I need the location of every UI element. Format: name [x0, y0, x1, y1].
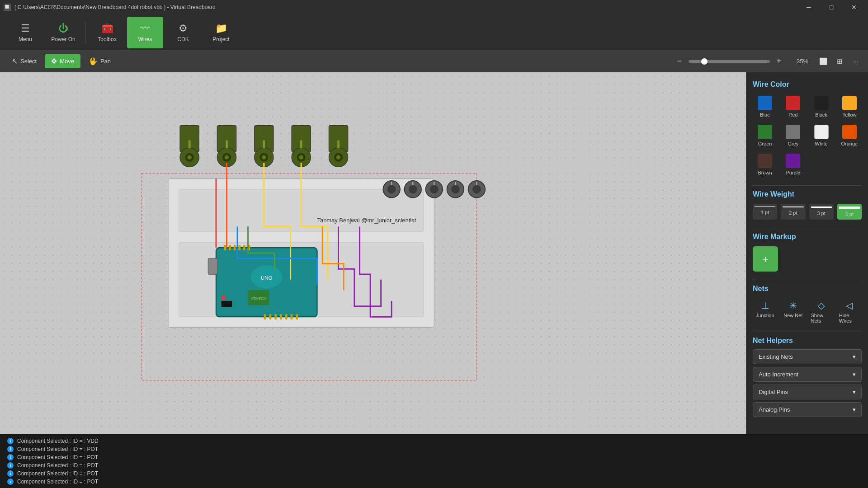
color-swatch-blue [758, 96, 772, 110]
color-label-blue: Blue [760, 112, 770, 117]
maximize-button[interactable]: □ [821, 0, 842, 14]
dropdown-digital-pins[interactable]: Digital Pins▾ [753, 385, 862, 399]
status-info-icon: i [7, 446, 14, 452]
minimize-button[interactable]: ─ [798, 0, 819, 14]
status-text: Component Selected : ID = : VDD [17, 438, 99, 444]
close-button[interactable]: ✕ [844, 0, 864, 14]
titlebar: 🔲 [ C:\Users\ACER\Documents\New Breadboa… [0, 0, 868, 14]
color-item-red[interactable]: Red [781, 94, 805, 119]
svg-point-17 [262, 155, 266, 160]
divider-3 [753, 280, 862, 280]
color-item-orange[interactable]: Orange [837, 123, 862, 148]
dropdown-label-digital-pins: Digital Pins [759, 389, 788, 395]
dropdown-chevron-analog-pins: ▾ [853, 406, 856, 413]
weight-label-3pt: 3 pt [817, 211, 825, 216]
actionbar: ↖ Select ✥ Move 🖐 Pan − + 35% ⬜ ⊞ ··· [0, 51, 868, 72]
zoom-out-button[interactable]: − [673, 55, 686, 68]
cdk-icon: ⚙ [179, 23, 188, 34]
fit-view-button[interactable]: ⬜ [816, 55, 830, 68]
markup-add-button[interactable]: ＋ [753, 246, 778, 272]
color-label-brown: Brown [758, 170, 772, 175]
wire-markup-title: Wire Markup [753, 233, 862, 241]
zoom-controls: − + 35% ⬜ ⊞ ··· [673, 55, 863, 68]
nets-item-hide-wires[interactable]: ◁Hide Wires [837, 298, 862, 325]
move-icon: ✥ [51, 57, 57, 66]
dropdown-analog-pins[interactable]: Analog Pins▾ [753, 402, 862, 417]
move-button[interactable]: ✥ Move [45, 54, 80, 68]
toolbar-item-wires[interactable]: 〰 Wires [127, 17, 163, 48]
toolbar-item-power[interactable]: ⏻ Power On [45, 17, 81, 48]
toolbar-item-menu[interactable]: ☰ Menu [7, 17, 43, 48]
zoom-slider[interactable] [689, 60, 770, 63]
color-swatch-brown [758, 154, 772, 168]
canvas-area[interactable]: UNO [0, 72, 746, 434]
color-item-brown[interactable]: Brown [753, 152, 777, 177]
nets-item-new-net[interactable]: ✳New Net [781, 298, 805, 325]
color-swatch-yellow [842, 96, 857, 110]
window-title: [ C:\Users\ACER\Documents\New Breadboard… [14, 4, 798, 10]
color-swatch-black [814, 96, 829, 110]
nets-icon-hide-wires: ◁ [846, 300, 853, 311]
dropdown-auto-increment[interactable]: Auto Increment▾ [753, 367, 862, 382]
divider-4 [753, 332, 862, 332]
svg-rect-8 [189, 141, 191, 149]
weight-item-3pt[interactable]: 3 pt [809, 204, 834, 220]
right-panel: Wire Color BlueRedBlackYellowGreenGreyWh… [746, 72, 868, 434]
nets-item-junction[interactable]: ⊥Junction [753, 298, 777, 325]
color-item-green[interactable]: Green [753, 123, 777, 148]
svg-rect-61 [222, 301, 232, 307]
svg-point-42 [472, 185, 481, 193]
status-info-icon: i [7, 454, 14, 460]
nets-item-show-nets[interactable]: ◇Show Nets [809, 298, 834, 325]
toolbar-item-project[interactable]: 📁 Project [203, 17, 239, 48]
toolbar-item-cdk[interactable]: ⚙ CDK [165, 17, 201, 48]
color-label-yellow: Yellow [842, 112, 856, 117]
color-label-black: Black [815, 112, 827, 117]
zoom-in-button[interactable]: + [773, 55, 785, 68]
pan-button[interactable]: 🖐 Pan [82, 54, 117, 68]
svg-point-27 [336, 155, 340, 160]
power-icon: ⏻ [58, 23, 68, 34]
net-helpers-title: Net Helpers [753, 337, 862, 345]
toolbar-item-toolbox[interactable]: 🧰 Toolbox [89, 17, 125, 48]
dropdown-existing-nets[interactable]: Existing Nets▾ [753, 349, 862, 364]
color-item-grey[interactable]: Grey [781, 123, 805, 148]
grid-view-button[interactable]: ⊞ [833, 55, 846, 68]
toolbar-left-group: ☰ Menu ⏻ Power On [7, 17, 81, 48]
select-button[interactable]: ↖ Select [5, 54, 43, 68]
toolbar-cdk-label: CDK [177, 36, 189, 42]
color-swatch-grey [786, 125, 800, 139]
color-item-black[interactable]: Black [809, 94, 834, 119]
status-text: Component Selected : ID = : POT [17, 454, 98, 460]
svg-rect-51 [238, 245, 241, 250]
weight-item-1pt[interactable]: 1 pt [753, 204, 777, 220]
weight-item-5pt[interactable]: 5 pt [837, 204, 862, 220]
project-icon: 📁 [215, 23, 227, 34]
color-item-purple[interactable]: Purple [781, 152, 805, 177]
color-label-grey: Grey [788, 141, 798, 146]
select-label: Select [20, 58, 37, 65]
dropdown-chevron-digital-pins: ▾ [853, 389, 856, 395]
color-swatch-orange [842, 125, 857, 139]
weight-item-2pt[interactable]: 2 pt [781, 204, 805, 220]
dropdown-label-analog-pins: Analog Pins [759, 406, 790, 413]
svg-rect-55 [269, 314, 272, 319]
svg-point-30 [387, 185, 396, 193]
color-item-yellow[interactable]: Yellow [837, 94, 862, 119]
weight-label-1pt: 1 pt [761, 210, 769, 215]
svg-rect-23 [300, 141, 302, 149]
status-info-icon: i [7, 462, 14, 469]
window-controls: ─ □ ✕ [798, 0, 864, 14]
svg-point-7 [187, 155, 191, 160]
toolbar-right-group: 🧰 Toolbox 〰 Wires ⚙ CDK 📁 Project [89, 17, 239, 48]
svg-rect-18 [263, 141, 265, 149]
nets-label-new-net: New Net [783, 313, 802, 318]
weight-label-2pt: 2 pt [789, 210, 797, 216]
svg-point-22 [299, 155, 303, 160]
svg-rect-50 [234, 245, 236, 250]
status-line: iComponent Selected : ID = : POT [7, 461, 861, 469]
color-item-blue[interactable]: Blue [753, 94, 777, 119]
color-item-white[interactable]: White [809, 123, 834, 148]
toolbar-toolbox-label: Toolbox [98, 36, 116, 42]
more-options-button[interactable]: ··· [849, 55, 863, 68]
